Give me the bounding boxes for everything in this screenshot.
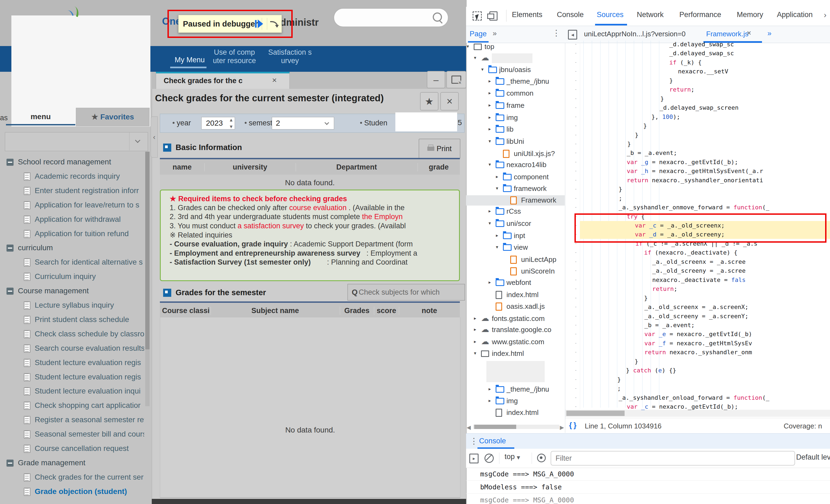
code-line[interactable]: } — [644, 294, 648, 303]
code-line[interactable]: return; — [652, 284, 677, 293]
tree-item[interactable]: common — [506, 89, 534, 98]
gutter-mark[interactable]: - — [574, 349, 577, 355]
collapsed-arrow-icon[interactable]: ▸ — [474, 327, 476, 332]
code-line[interactable]: }, 100); — [651, 112, 680, 121]
console-drawer-tab[interactable]: Console — [479, 437, 506, 445]
tree-item[interactable]: uni/scor — [506, 220, 531, 228]
console-message[interactable]: msgCode ===> MSG_A_0000 — [466, 468, 830, 481]
expanded-arrow-icon[interactable]: ▾ — [488, 138, 491, 144]
gutter-mark[interactable]: - — [574, 196, 577, 201]
code-line[interactable]: } catch (e) {} — [626, 366, 676, 375]
collapse-icon[interactable] — [6, 244, 13, 251]
collapsed-arrow-icon[interactable]: ▸ — [488, 126, 491, 132]
spinner-down-icon[interactable]: ▼ — [230, 125, 232, 129]
print-button[interactable]: Print — [419, 139, 460, 159]
sidebar-collapse-handle[interactable]: ‹ — [151, 116, 158, 158]
gutter-mark[interactable]: - — [574, 268, 577, 273]
column-header[interactable]: Subject name — [211, 307, 340, 315]
workspace-tab[interactable]: Check grades for the c × — [156, 72, 290, 89]
tree-item[interactable]: framework — [514, 184, 547, 193]
tree-scroll-right-icon[interactable]: ▶ — [560, 424, 564, 431]
column-header[interactable]: name — [160, 163, 204, 171]
console-sidebar-icon[interactable]: ▸ — [469, 453, 479, 463]
tree-item[interactable]: index.html — [492, 349, 524, 358]
file-tab-framework[interactable]: Framework.js — [706, 30, 748, 38]
expanded-arrow-icon[interactable]: ▾ — [488, 162, 491, 167]
code-line[interactable]: var _f = nexacro._getHtmlSysEv — [644, 339, 752, 348]
code-line[interactable]: } — [635, 357, 638, 366]
tree-item[interactable]: top — [484, 42, 494, 51]
code-line[interactable]: if (_k) { — [669, 58, 702, 67]
devtools-tab-performance[interactable]: Performance — [679, 10, 721, 19]
gutter-mark[interactable]: - — [574, 250, 577, 255]
sidebar-item[interactable]: Application for leave/return to s — [35, 201, 144, 209]
tree-item[interactable]: oasis.xadl.js — [506, 302, 545, 311]
tree-item[interactable]: fonts.gstatic.com — [492, 314, 545, 323]
more-panels-icon[interactable]: › — [824, 10, 827, 20]
gutter-mark[interactable]: - — [574, 150, 577, 155]
resume-script-icon[interactable] — [255, 20, 257, 28]
file-tab-close-icon[interactable]: × — [747, 29, 751, 37]
nav-tab-3[interactable]: Satisfaction survey — [260, 48, 320, 65]
code-line[interactable]: _a._old_screeny = _a.screenY; — [644, 312, 748, 321]
column-header[interactable]: Department — [296, 163, 418, 171]
code-line[interactable]: _b = _a.event; — [627, 148, 677, 157]
tree-item[interactable]: index.html — [506, 291, 539, 299]
tree-item[interactable]: view — [514, 243, 528, 251]
gutter-mark[interactable]: - — [574, 141, 577, 146]
sidebar-item[interactable]: Enter student registration inforr — [35, 186, 144, 195]
file-tabs-more-icon[interactable]: » — [767, 29, 771, 38]
year-spinner[interactable]: 2023 ▲ ▼ — [201, 117, 235, 130]
show-navigator-icon[interactable]: ◂ — [568, 30, 577, 39]
gutter-mark[interactable]: - — [574, 368, 577, 373]
code-line[interactable]: _b = _a.event; — [644, 321, 695, 330]
sidebar-item[interactable]: Student lecture evaluation regis — [35, 358, 144, 367]
tree-hscrollbar-thumb[interactable] — [474, 425, 516, 429]
tree-item[interactable]: frame — [506, 101, 524, 110]
sidebar-tab-menu[interactable]: menu — [5, 108, 76, 126]
collapsed-arrow-icon[interactable]: ▸ — [474, 339, 476, 344]
sidebar-item[interactable]: Seasonal semester bill and cours — [35, 430, 144, 438]
close-panel-button[interactable]: × — [440, 92, 459, 110]
sidebar-item[interactable]: Check grades for the current ser — [35, 473, 144, 481]
collapsed-arrow-icon[interactable]: ▸ — [488, 386, 491, 392]
code-line[interactable]: } — [627, 139, 631, 148]
collapsed-arrow-icon[interactable]: ▸ — [496, 174, 498, 179]
collapsed-arrow-icon[interactable]: ▸ — [496, 233, 498, 238]
collapsed-arrow-icon[interactable]: ▸ — [488, 114, 491, 120]
expanded-arrow-icon[interactable]: ▾ — [474, 55, 476, 60]
gutter-mark[interactable]: - — [574, 132, 577, 137]
close-all-tabs-button[interactable]: × — [446, 71, 466, 88]
code-line[interactable]: ; — [617, 384, 621, 393]
devtools-tab-network[interactable]: Network — [637, 10, 664, 19]
tree-item[interactable]: lib — [506, 125, 513, 134]
column-header[interactable]: note — [399, 307, 460, 315]
minimize-button[interactable]: – — [427, 71, 445, 88]
expanded-arrow-icon[interactable]: ▾ — [496, 244, 498, 250]
code-line[interactable]: if (nexacro._deactivate) { — [644, 248, 737, 257]
sidebar-group[interactable]: School record management — [18, 158, 144, 166]
devtools-tab-elements[interactable]: Elements — [512, 10, 542, 19]
search-icon[interactable] — [433, 12, 442, 22]
collapse-icon[interactable] — [6, 159, 13, 166]
gutter-mark[interactable]: - — [574, 277, 577, 282]
code-line[interactable]: _d.delayed_swap_screen — [660, 103, 738, 112]
gutter-mark[interactable]: - — [574, 404, 577, 409]
collapsed-arrow-icon[interactable]: ▸ — [488, 279, 491, 285]
console-filter-input[interactable] — [551, 451, 795, 466]
gutter-mark[interactable]: - — [574, 51, 577, 56]
column-header[interactable]: Course classi — [160, 307, 211, 315]
devtools-tab-application[interactable]: Application — [777, 10, 813, 19]
sidebar-item[interactable]: Search for identical alternative s — [35, 258, 144, 267]
clear-console-icon[interactable] — [484, 453, 494, 463]
sidebar-item[interactable]: Application for tuition refund — [35, 229, 144, 238]
tree-item[interactable]: uniScoreIn — [521, 267, 555, 275]
collapsed-arrow-icon[interactable]: ▸ — [488, 102, 491, 108]
semester-select[interactable]: 2 — [272, 117, 334, 130]
sidebar-item[interactable]: Curriculum inquiry — [35, 272, 144, 281]
collapse-icon[interactable] — [6, 288, 13, 295]
top-search-input[interactable] — [341, 11, 431, 24]
sidebar-item[interactable]: Academic records inquiry — [35, 172, 144, 181]
tree-item[interactable]: component — [514, 173, 549, 181]
file-tab-unilect[interactable]: uniLectApprNoIn...l.js?version=0 — [584, 30, 685, 38]
